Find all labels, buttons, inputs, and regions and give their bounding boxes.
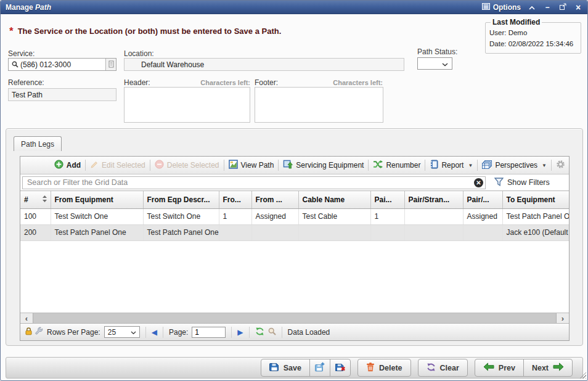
grid-cell[interactable]: Assigned [251,208,298,224]
renumber-button[interactable]: Renumber [373,160,420,170]
grid-search-input[interactable] [22,176,486,189]
column-header-cable-name[interactable]: Cable Name [298,191,370,208]
service-lookup-button[interactable] [105,59,116,70]
page-number-input[interactable] [192,327,226,338]
grid-cell[interactable]: Test Patch Panel One [51,224,143,240]
collapse-button[interactable] [528,3,536,12]
clear-button[interactable]: Clear [418,359,468,377]
previous-page-button[interactable]: ◀ [152,328,157,337]
path-status-select[interactable] [417,57,452,70]
column-header-from-eqp-descr[interactable]: From Eqp Descr... [143,191,219,208]
location-field[interactable]: Default Warehouse [124,58,404,71]
last-modified-user: User: Demo [489,28,577,39]
scroll-right-button[interactable]: › [557,313,569,323]
column-header-from-equipment[interactable]: From Equipment [51,191,143,208]
rows-per-page-label: Rows Per Page: [47,328,100,337]
grid-cell[interactable] [404,208,463,224]
grid-cell[interactable]: 200 [20,224,51,240]
magnifier-icon[interactable] [268,327,276,337]
prev-button[interactable]: Prev [475,359,524,377]
grid-settings-button[interactable] [556,160,565,171]
gear-icon [556,160,565,171]
minimize-button[interactable]: − [543,3,552,12]
required-asterisk-icon: * [9,25,14,38]
rows-per-page-select[interactable]: 25 [104,326,140,338]
show-filters-label: Show Filters [507,178,550,187]
grid-cell[interactable]: Test Patch Panel One [143,224,219,240]
grid-cell[interactable]: Test Switch One [51,208,143,224]
options-menu-button[interactable]: Options [482,3,521,12]
grid-cell[interactable]: Assigned [463,208,502,224]
save-x-floppy-icon [335,362,345,374]
grid-cell[interactable]: 1 [370,208,404,224]
servicing-equipment-button[interactable]: Servicing Equipment [283,160,364,171]
scrollbar-thumb[interactable] [33,313,557,323]
show-filters-button[interactable]: Show Filters [494,178,550,188]
column-header-from-status[interactable]: From ... [251,191,298,208]
grid-row-200[interactable]: 200 Test Patch Panel One Test Patch Pane… [20,224,569,240]
grid-cell[interactable] [463,224,502,240]
column-header-number[interactable]: # [20,191,51,208]
column-header-pair-status[interactable]: Pair/... [463,191,502,208]
footer-textarea[interactable] [255,87,383,123]
scroll-right-icon: › [561,314,564,323]
last-modified-box: Last Modified User: Demo Date: 02/08/202… [485,18,581,54]
options-label: Options [493,3,521,12]
service-field[interactable] [8,58,116,71]
refresh-icon[interactable] [255,327,264,338]
tab-path-legs[interactable]: Path Legs [14,136,62,151]
maximize-button[interactable] [558,3,567,12]
window-title: Manage Path [6,3,51,12]
grid-cell[interactable]: 100 [20,208,51,224]
grid-cell[interactable] [251,224,298,240]
header-textarea[interactable] [124,87,250,123]
column-header-from-port[interactable]: Fro... [219,191,251,208]
save-button[interactable]: Save [261,359,310,377]
grid-cell[interactable]: Test Patch Panel One [502,208,569,224]
column-header-pair[interactable]: Pai... [370,191,404,208]
validation-notice: * The Service or the Location (or both) … [9,25,281,37]
clear-x-icon: ✕ [476,179,481,186]
tab-path-legs-label: Path Legs [21,140,54,149]
close-button[interactable]: × [574,3,582,12]
grid-cell[interactable] [404,224,463,240]
toolbar-separator [278,160,279,171]
column-header-to-equipment[interactable]: To Equipment [502,191,569,208]
grid-cell[interactable]: 1 [219,208,251,224]
perspectives-button[interactable]: Perspectives ▼ [482,160,547,171]
save-and-new-button[interactable] [309,359,330,377]
search-clear-button[interactable]: ✕ [474,178,483,187]
add-label: Add [67,161,81,170]
report-button[interactable]: Report ▼ [430,160,473,171]
lock-icon[interactable] [25,327,33,337]
grid-cell[interactable]: Test Cable [298,208,370,224]
sort-arrows-icon [43,195,47,204]
next-page-button[interactable]: ▶ [237,328,243,337]
toolbar-separator [551,160,552,171]
view-path-button[interactable]: View Path [229,160,274,171]
toolbar-separator [85,160,86,171]
grid-cell[interactable] [370,224,404,240]
grid-cell[interactable] [298,224,370,240]
toolbar-separator [477,160,478,171]
pager-separator [163,327,163,338]
add-icon [54,160,63,171]
grid-cell[interactable] [219,224,251,240]
service-input[interactable] [20,60,105,69]
reference-label: Reference: [8,78,44,87]
grid-cell[interactable]: Test Switch One [143,208,219,224]
chevron-down-icon [131,328,136,337]
wrench-icon[interactable] [35,327,43,337]
grid-cell[interactable]: Jack e100 (Default W [502,224,569,240]
grid-row-100[interactable]: 100 Test Switch One Test Switch One 1 As… [20,208,569,224]
next-button[interactable]: Next [523,359,573,377]
grid-pager: Rows Per Page: 25 ◀ Page: ▶ Data Loaded [20,323,569,340]
save-and-close-button[interactable] [330,359,351,377]
horizontal-scrollbar[interactable]: ‹ › [20,313,569,323]
reference-input[interactable] [8,88,116,101]
add-button[interactable]: Add [54,160,81,171]
scroll-left-button[interactable]: ‹ [20,313,33,323]
green-arrow-left-icon [483,363,494,373]
column-header-pair-strand[interactable]: Pair/Stran... [404,191,463,208]
delete-button[interactable]: Delete [357,359,411,377]
